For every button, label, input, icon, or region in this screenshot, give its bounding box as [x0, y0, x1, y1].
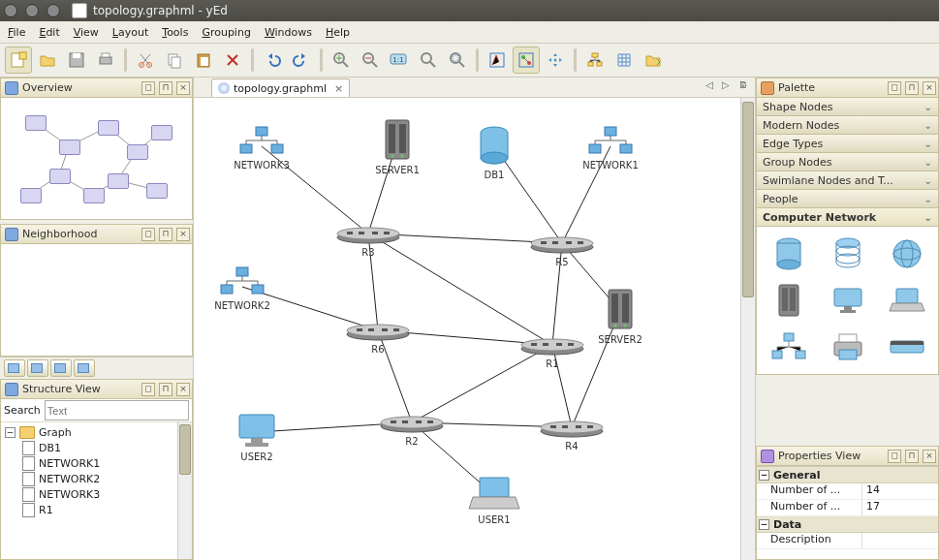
- palette-item-db2[interactable]: [827, 234, 869, 273]
- tab-close-icon[interactable]: ×: [334, 82, 343, 95]
- toolbar-new[interactable]: [5, 47, 32, 74]
- node-label[interactable]: USER1: [478, 514, 510, 525]
- toolbar-nav-mode[interactable]: [513, 47, 540, 74]
- node-label[interactable]: R1: [546, 358, 558, 369]
- toolbar-zoom-in[interactable]: [328, 47, 355, 74]
- node-label[interactable]: R5: [555, 257, 568, 267]
- search-input[interactable]: [45, 400, 189, 420]
- prop-row[interactable]: Number of ...17: [757, 500, 938, 516]
- canvas-scrollbar[interactable]: [740, 98, 755, 560]
- node-label[interactable]: R3: [361, 247, 374, 258]
- menu-file[interactable]: File: [8, 26, 25, 39]
- tree-item[interactable]: NETWORK3: [39, 488, 100, 501]
- toolbar-zoom-selection[interactable]: [444, 47, 471, 74]
- tree-scrollbar[interactable]: [177, 422, 192, 559]
- toolbar-redo[interactable]: [288, 47, 315, 74]
- panel-pin-button[interactable]: ⊓: [159, 81, 172, 95]
- node-label[interactable]: SERVER2: [598, 334, 642, 345]
- toolbar-grid[interactable]: [610, 47, 638, 74]
- node-label[interactable]: NETWORK1: [582, 160, 639, 171]
- menu-edit[interactable]: Edit: [39, 26, 59, 39]
- window-maximize-button[interactable]: [47, 4, 60, 17]
- tab-topology[interactable]: topology.graphml ×: [211, 78, 350, 97]
- toolbar-paste[interactable]: [190, 47, 217, 74]
- menu-grouping[interactable]: Grouping: [202, 26, 251, 39]
- tree-item[interactable]: R1: [39, 504, 53, 516]
- menu-help[interactable]: Help: [326, 26, 350, 39]
- prop-group-general[interactable]: −General: [757, 467, 938, 483]
- menu-layout[interactable]: Layout: [112, 26, 148, 39]
- palette-panel-header[interactable]: Palette ◻ ⊓ ×: [756, 78, 939, 98]
- toolbar-zoom-fit[interactable]: [415, 47, 442, 74]
- node-label[interactable]: R2: [405, 436, 418, 447]
- node-label[interactable]: R4: [565, 441, 578, 451]
- palette-item-server[interactable]: [767, 281, 810, 320]
- node-label[interactable]: NETWORK3: [234, 160, 290, 171]
- panel-dock-button[interactable]: ◻: [141, 81, 155, 95]
- panel-pin-button[interactable]: ⊓: [159, 383, 172, 396]
- palette-cat[interactable]: People⌄: [757, 190, 938, 208]
- palette-cat[interactable]: Modern Nodes⌄: [757, 116, 938, 135]
- iconbar-btn-4[interactable]: [74, 359, 95, 377]
- toolbar-undo[interactable]: [259, 47, 286, 74]
- tree-collapse-icon[interactable]: −: [5, 427, 16, 438]
- iconbar-btn-1[interactable]: [4, 359, 25, 377]
- toolbar-print[interactable]: [92, 47, 119, 74]
- structure-tree[interactable]: −Graph DB1 NETWORK1 NETWORK2 NETWORK3 R1: [1, 422, 192, 559]
- panel-pin-button[interactable]: ⊓: [905, 450, 919, 463]
- overview-canvas[interactable]: [0, 98, 193, 220]
- toolbar-copy[interactable]: [161, 47, 188, 74]
- tab-nav[interactable]: ◁ ▷ 🗎: [705, 79, 751, 90]
- node-label[interactable]: NETWORK2: [214, 300, 270, 311]
- toolbar-zoom-out[interactable]: [357, 47, 384, 74]
- tree-item[interactable]: DB1: [39, 442, 61, 454]
- toolbar-zoom-reset[interactable]: 1:1: [386, 47, 413, 74]
- palette-item-network[interactable]: [767, 327, 810, 366]
- prop-group-data[interactable]: −Data: [757, 516, 938, 533]
- tree-item[interactable]: NETWORK2: [39, 473, 100, 485]
- tree-item[interactable]: NETWORK1: [39, 457, 100, 470]
- panel-dock-button[interactable]: ◻: [888, 450, 901, 463]
- palette-cat-selected[interactable]: Computer Network⌄: [757, 208, 938, 227]
- palette-item-db[interactable]: [767, 234, 810, 273]
- panel-close-button[interactable]: ×: [923, 450, 936, 463]
- neighborhood-canvas[interactable]: [0, 244, 193, 357]
- node-label[interactable]: USER2: [240, 451, 272, 462]
- panel-close-button[interactable]: ×: [176, 228, 190, 241]
- toolbar-save[interactable]: [63, 47, 90, 74]
- toolbar-cut[interactable]: [132, 47, 159, 74]
- palette-cat[interactable]: Swimlane Nodes and T...⌄: [757, 171, 938, 190]
- panel-close-button[interactable]: ×: [176, 81, 190, 95]
- neighborhood-panel-header[interactable]: Neighborhood ◻ ⊓ ×: [0, 224, 193, 244]
- palette-item-scanner[interactable]: [886, 327, 928, 366]
- window-minimize-button[interactable]: [25, 4, 39, 17]
- palette-cat[interactable]: Shape Nodes⌄: [757, 98, 938, 116]
- structure-panel-header[interactable]: Structure View ◻ ⊓ ×: [0, 379, 193, 399]
- palette-cat[interactable]: Edge Types⌄: [757, 135, 938, 153]
- toolbar-open[interactable]: [34, 47, 61, 74]
- toolbar-move-mode[interactable]: [542, 47, 569, 74]
- node-label[interactable]: R6: [371, 344, 384, 355]
- panel-close-button[interactable]: ×: [923, 81, 936, 95]
- prop-row[interactable]: Description: [757, 533, 938, 549]
- palette-cat[interactable]: Group Nodes⌄: [757, 153, 938, 171]
- menu-view[interactable]: View: [74, 26, 99, 39]
- panel-dock-button[interactable]: ◻: [141, 228, 155, 241]
- iconbar-btn-3[interactable]: [50, 359, 72, 377]
- panel-dock-button[interactable]: ◻: [888, 81, 901, 95]
- graph-canvas[interactable]: NETWORK3SERVER1DB1NETWORK1NETWORK2R3R5R6…: [194, 98, 755, 560]
- node-label[interactable]: SERVER1: [375, 165, 420, 175]
- iconbar-btn-2[interactable]: [27, 359, 48, 377]
- menu-windows[interactable]: Windows: [265, 26, 312, 39]
- menu-tools[interactable]: Tools: [162, 26, 188, 39]
- palette-item-globe[interactable]: [886, 234, 928, 273]
- overview-panel-header[interactable]: Overview ◻ ⊓ ×: [0, 78, 193, 98]
- tree-root[interactable]: Graph: [39, 426, 72, 439]
- properties-panel-header[interactable]: Properties View ◻ ⊓ ×: [756, 446, 939, 466]
- toolbar-delete[interactable]: [219, 47, 246, 74]
- palette-item-printer[interactable]: [827, 327, 869, 366]
- toolbar-edit-mode[interactable]: [484, 47, 511, 74]
- toolbar-hierarchy[interactable]: [581, 47, 609, 74]
- panel-dock-button[interactable]: ◻: [141, 383, 155, 396]
- window-close-button[interactable]: [4, 4, 17, 17]
